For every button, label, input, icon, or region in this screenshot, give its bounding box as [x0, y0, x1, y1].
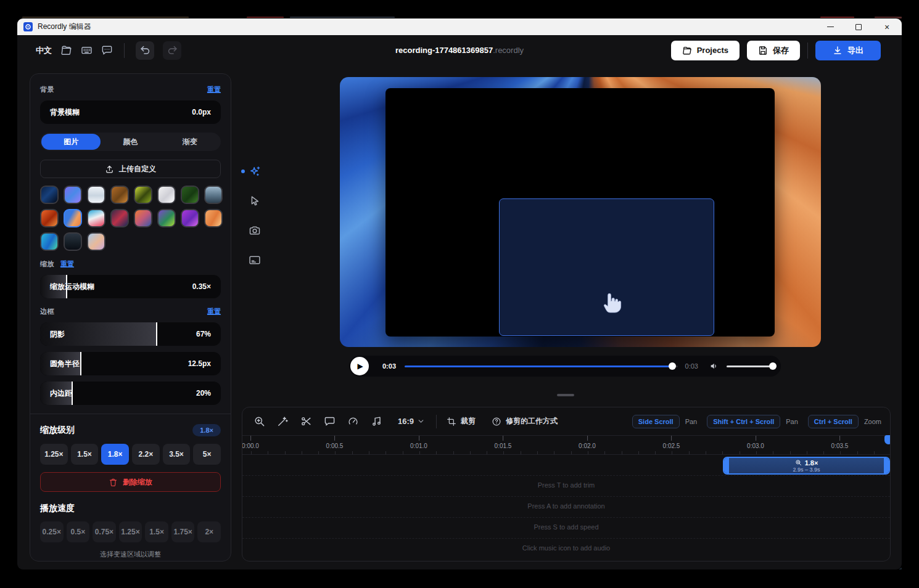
background-thumbnail[interactable] — [64, 232, 82, 251]
zoom-region-selection-box[interactable] — [499, 198, 714, 336]
background-thumbnail[interactable] — [204, 209, 223, 227]
redo-button[interactable] — [163, 41, 181, 60]
background-thumbnail[interactable] — [157, 186, 176, 204]
zoom-option-5x[interactable]: 5× — [193, 444, 221, 465]
captions-tool[interactable] — [249, 254, 261, 266]
volume-slider[interactable] — [727, 365, 775, 367]
background-thumbnail[interactable] — [87, 209, 105, 227]
zoom-in-icon[interactable] — [253, 415, 265, 427]
corner-radius-slider[interactable]: 圆角半径 12.5px — [40, 352, 221, 375]
undo-button[interactable] — [136, 41, 154, 60]
speed-option-0-5x[interactable]: 0.5× — [67, 521, 90, 542]
camera-icon — [249, 224, 261, 237]
timeline-tracks[interactable]: 1.8× 2.9s – 3.9s Press T to add trim Pre… — [242, 455, 890, 561]
padding-slider[interactable]: 内边距 20% — [40, 382, 221, 405]
minimize-icon — [827, 27, 834, 28]
zoom-option-2-2x[interactable]: 2.2× — [132, 444, 160, 465]
volume-handle[interactable] — [769, 362, 777, 370]
background-thumbnail[interactable] — [87, 186, 105, 204]
background-reset-link[interactable]: 重置 — [207, 85, 221, 94]
zoom-region-block[interactable]: 1.8× 2.9s – 3.9s — [723, 457, 890, 475]
annotation-icon[interactable] — [324, 415, 336, 427]
panel-resize-handle[interactable] — [557, 394, 574, 396]
background-thumbnail[interactable] — [64, 186, 82, 204]
border-reset-link[interactable]: 重置 — [207, 307, 221, 316]
duration-time: 0:03 — [685, 362, 698, 370]
tab-color[interactable]: 颜色 — [101, 134, 160, 150]
upload-custom-button[interactable]: 上传自定义 — [40, 160, 221, 178]
background-blur-slider[interactable]: 背景模糊 0.0px — [40, 100, 221, 124]
open-folder-icon[interactable] — [60, 44, 72, 56]
background-thumbnail[interactable] — [110, 186, 129, 204]
tab-gradient[interactable]: 渐变 — [160, 134, 220, 150]
background-thumbnail-selected[interactable] — [64, 209, 82, 227]
timeline-toolbar-divider — [436, 415, 437, 428]
background-thumbnail[interactable] — [40, 209, 59, 227]
cursor-tool[interactable] — [249, 195, 261, 207]
background-thumbnail[interactable] — [181, 186, 199, 204]
projects-button[interactable]: Projects — [671, 41, 740, 60]
zoom-region-right-handle[interactable] — [884, 458, 889, 473]
background-thumbnail[interactable] — [87, 232, 105, 251]
background-thumbnail[interactable] — [181, 209, 199, 227]
speed-option-1-5x[interactable]: 1.5× — [145, 521, 168, 542]
keyboard-shortcuts-icon[interactable] — [81, 44, 93, 56]
music-icon[interactable] — [371, 415, 382, 427]
speed-option-1-75x[interactable]: 1.75× — [171, 521, 195, 542]
play-button[interactable]: ▶ — [350, 357, 369, 375]
background-thumbnail[interactable] — [40, 232, 59, 251]
timeline-tool-icons: 16:9 — [253, 415, 425, 427]
seek-handle[interactable] — [669, 362, 676, 370]
save-button[interactable]: 保存 — [747, 41, 800, 60]
speed-option-2x[interactable]: 2× — [197, 521, 221, 542]
export-button[interactable]: 导出 — [815, 41, 881, 60]
shadow-slider[interactable]: 阴影 67% — [40, 322, 221, 346]
close-button[interactable]: × — [881, 21, 893, 33]
motion-blur-value: 0.35× — [192, 282, 211, 291]
ruler-tick-label: 0:01.5 — [495, 443, 512, 449]
magic-wand-icon[interactable] — [277, 415, 289, 427]
maximize-button[interactable] — [852, 21, 865, 33]
track-separator — [242, 475, 890, 476]
background-thumbnail[interactable] — [110, 209, 129, 227]
toolbar-left-group: 中文 — [17, 41, 181, 60]
video-preview-canvas[interactable] — [340, 77, 821, 347]
zoom-option-1-25x[interactable]: 1.25× — [40, 444, 68, 465]
titlebar[interactable]: Recordly 编辑器 × — [17, 18, 902, 35]
screenshot-tool[interactable] — [249, 224, 261, 237]
seek-bar[interactable] — [405, 365, 678, 367]
tab-image[interactable]: 图片 — [41, 134, 101, 150]
cut-scissors-icon[interactable] — [300, 415, 312, 427]
side-scroll-action: Pan — [685, 418, 698, 425]
ruler-tick-label: 0:02.5 — [663, 443, 680, 449]
motion-blur-slider[interactable]: 缩放运动模糊 0.35× — [40, 275, 221, 298]
crop-button[interactable]: 裁剪 — [447, 416, 476, 427]
playhead[interactable] — [884, 435, 891, 444]
speed-option-0-25x[interactable]: 0.25× — [40, 521, 64, 542]
background-thumbnail[interactable] — [134, 186, 152, 204]
zoom-option-3-5x[interactable]: 3.5× — [163, 444, 191, 465]
speed-option-0-75x[interactable]: 0.75× — [93, 521, 116, 542]
background-thumbnail[interactable] — [40, 186, 59, 204]
speed-gauge-icon[interactable] — [347, 415, 359, 427]
zoom-reset-link[interactable]: 重置 — [60, 259, 74, 269]
zoom-region-left-handle[interactable] — [724, 458, 729, 473]
background-thumbnail[interactable] — [134, 209, 152, 227]
speed-option-1-25x[interactable]: 1.25× — [119, 521, 142, 542]
background-thumbnail[interactable] — [157, 209, 176, 227]
aspect-ratio-dropdown[interactable]: 16:9 — [398, 417, 425, 426]
background-thumbnail[interactable] — [204, 186, 223, 204]
speed-options: 0.25× 0.5× 0.75× 1.25× 1.5× 1.75× 2× — [40, 521, 221, 542]
timeline-ruler[interactable]: 0:00.0 0:00.5 0:01.0 0:01.5 0:02.0 0:02.… — [242, 435, 890, 455]
zoom-option-1-8x[interactable]: 1.8× — [101, 444, 129, 465]
language-button[interactable]: 中文 — [36, 45, 52, 56]
volume-icon[interactable] — [709, 361, 719, 371]
zoom-option-1-5x[interactable]: 1.5× — [71, 444, 99, 465]
minimize-button[interactable] — [824, 21, 836, 33]
trim-help-button[interactable]: 修剪的工作方式 — [492, 416, 558, 427]
border-section-header: 边框 重置 — [40, 307, 221, 316]
seek-bar-fill — [405, 365, 672, 367]
delete-zoom-button[interactable]: 删除缩放 — [40, 472, 221, 492]
feedback-chat-icon[interactable] — [101, 44, 113, 56]
ai-effects-tool[interactable] — [249, 165, 261, 178]
